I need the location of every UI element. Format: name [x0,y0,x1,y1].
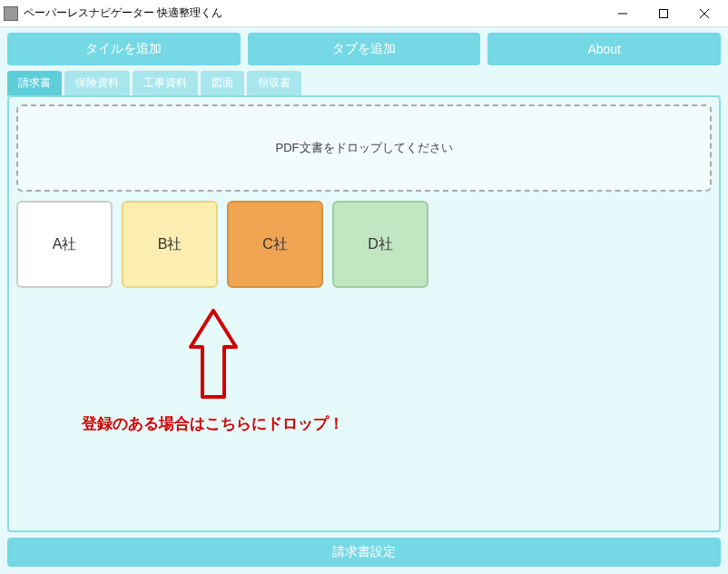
minimize-button[interactable] [602,1,643,26]
pdf-dropzone[interactable]: PDF文書をドロップしてください [16,104,712,192]
app-body: タイルを追加 タブを追加 About 請求書 保険資料 工事資料 図面 領収書 … [0,27,728,574]
tile-label: D社 [368,235,393,254]
titlebar: ペーパーレスナビゲーター 快適整理くん [0,0,728,27]
add-tile-button[interactable]: タイルを追加 [7,33,241,65]
tile-company-c[interactable]: C社 [227,201,323,288]
arrow-up-icon [182,306,245,406]
tab-construction[interactable]: 工事資料 [133,71,198,95]
tile-label: A社 [53,235,77,254]
tab-receipts[interactable]: 領収書 [247,71,301,95]
tile-label: C社 [262,235,288,254]
about-button[interactable]: About [487,33,721,65]
app-icon [4,6,18,21]
tab-drawings[interactable]: 図面 [201,71,244,95]
invoice-settings-button[interactable]: 請求書設定 [7,538,721,567]
tile-company-b[interactable]: B社 [122,201,218,288]
window-title: ペーパーレスナビゲーター 快適整理くん [24,5,602,21]
tile-row: A社 B社 C社 D社 [16,201,712,288]
window-controls [602,1,724,26]
tab-insurance[interactable]: 保険資料 [64,71,130,95]
svg-rect-1 [659,9,667,17]
annotation-overlay: 登録のある場合はこちらにドロップ！ [82,306,344,434]
maximize-button[interactable] [643,1,684,26]
top-button-row: タイルを追加 タブを追加 About [7,33,721,65]
tile-company-a[interactable]: A社 [16,201,113,288]
content-panel: PDF文書をドロップしてください A社 B社 C社 D社 登録のある場合はこちら… [7,95,721,532]
dropzone-hint: PDF文書をドロップしてください [276,140,453,156]
close-button[interactable] [684,1,724,26]
annotation-text: 登録のある場合はこちらにドロップ！ [82,413,344,434]
tile-label: B社 [158,235,182,254]
tab-bar: 請求書 保険資料 工事資料 図面 領収書 [7,71,721,95]
tab-invoice[interactable]: 請求書 [7,71,62,95]
add-tab-button[interactable]: タブを追加 [248,33,481,65]
tile-company-d[interactable]: D社 [332,201,428,288]
